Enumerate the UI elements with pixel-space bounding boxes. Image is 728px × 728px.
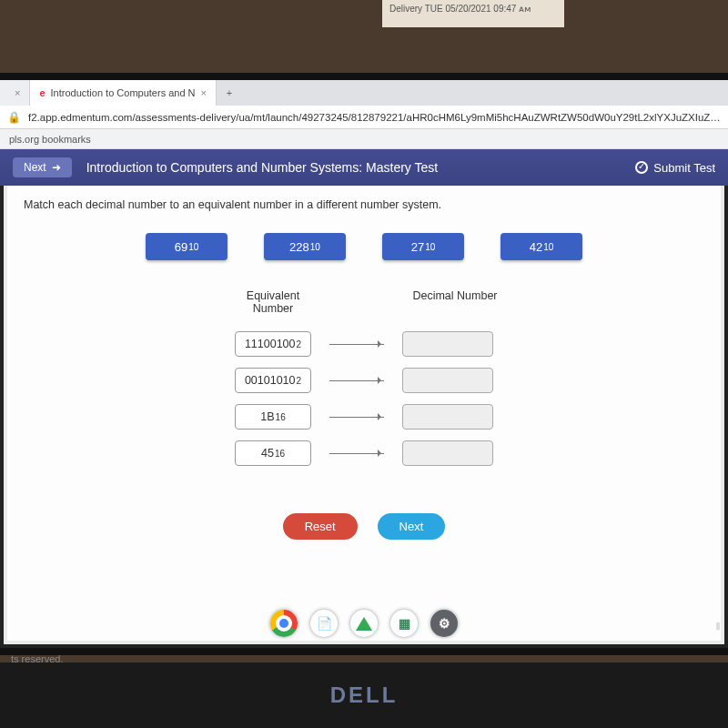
- close-icon[interactable]: ×: [201, 87, 207, 98]
- arrow-icon: [329, 380, 384, 381]
- arrow-icon: [329, 453, 384, 454]
- column-headers: Equivalent Number Decimal Number: [228, 289, 500, 315]
- test-header: Next ➜ Introduction to Computers and Num…: [0, 149, 728, 186]
- settings-icon[interactable]: ⚙: [430, 610, 458, 637]
- header-next-button[interactable]: Next ➜: [13, 157, 72, 177]
- arrow-icon: [329, 344, 384, 345]
- check-circle-icon: [635, 161, 648, 174]
- arrow-icon: [329, 417, 384, 418]
- question-instruction: Match each decimal number to an equivale…: [24, 198, 704, 211]
- equivalent-box-1: 111001002: [235, 331, 311, 357]
- shipping-label: Delivery TUE 05/20/2021 09:47 ᴀᴍ: [382, 0, 564, 27]
- docs-icon[interactable]: 📄: [310, 610, 338, 637]
- sheets-icon[interactable]: ▦: [390, 610, 418, 637]
- drop-target-2[interactable]: [402, 368, 493, 393]
- status-tray[interactable]: ▮: [715, 620, 721, 632]
- draggable-chips-row: 6910 22810 2710 4210: [24, 233, 704, 260]
- tab-title: Introduction to Computers and N: [51, 87, 196, 98]
- equivalent-box-2: 001010102: [235, 368, 311, 393]
- submit-test-button[interactable]: Submit Test: [635, 161, 715, 175]
- question-page: Match each decimal number to an equivale…: [7, 186, 721, 641]
- drop-target-3[interactable]: [402, 404, 493, 430]
- chrome-icon[interactable]: [270, 610, 298, 637]
- laptop-screen: × e Introduction to Computers and N × + …: [0, 73, 728, 655]
- chip-69[interactable]: 6910: [146, 233, 228, 260]
- chip-228[interactable]: 22810: [264, 233, 346, 260]
- url-text: f2.app.edmentum.com/assessments-delivery…: [28, 112, 721, 123]
- header-equivalent: Equivalent Number: [228, 289, 318, 315]
- chip-42[interactable]: 4210: [500, 233, 582, 260]
- reset-button[interactable]: Reset: [283, 513, 358, 540]
- browser-addressbar[interactable]: 🔒 f2.app.edmentum.com/assessments-delive…: [0, 106, 728, 129]
- action-buttons: Reset Next: [283, 513, 446, 540]
- browser-tab-active[interactable]: e Introduction to Computers and N ×: [30, 80, 217, 106]
- next-button[interactable]: Next: [378, 513, 446, 540]
- equivalent-box-4: 4516: [235, 440, 311, 466]
- match-row: 111001002: [235, 331, 493, 357]
- header-decimal: Decimal Number: [410, 289, 500, 315]
- lock-icon: 🔒: [7, 111, 21, 124]
- bookmark-item[interactable]: pls.org bookmarks: [9, 134, 91, 145]
- equivalent-box-3: 1B16: [235, 404, 311, 430]
- laptop-branding: DELL: [0, 662, 728, 728]
- chromeos-shelf: 📄 ▦ ⚙ ▮: [0, 604, 728, 642]
- browser-tabbar: × e Introduction to Computers and N × +: [0, 80, 728, 106]
- match-row: 1B16: [235, 404, 493, 430]
- drive-icon[interactable]: [350, 610, 378, 637]
- drop-target-4[interactable]: [402, 440, 493, 466]
- edmentum-favicon: e: [39, 87, 45, 98]
- match-row: 4516: [235, 440, 493, 466]
- close-icon[interactable]: ×: [15, 87, 20, 98]
- bookmarks-bar[interactable]: pls.org bookmarks: [0, 129, 728, 149]
- chip-27[interactable]: 2710: [382, 233, 464, 260]
- new-tab-button[interactable]: +: [217, 80, 242, 106]
- browser-tab-blank[interactable]: ×: [0, 80, 30, 106]
- matching-area: Equivalent Number Decimal Number 1110010…: [24, 289, 704, 540]
- arrow-right-icon: ➜: [52, 161, 61, 174]
- match-row: 001010102: [235, 368, 493, 393]
- drop-target-1[interactable]: [402, 331, 493, 357]
- test-title: Introduction to Computers and Number Sys…: [72, 160, 636, 175]
